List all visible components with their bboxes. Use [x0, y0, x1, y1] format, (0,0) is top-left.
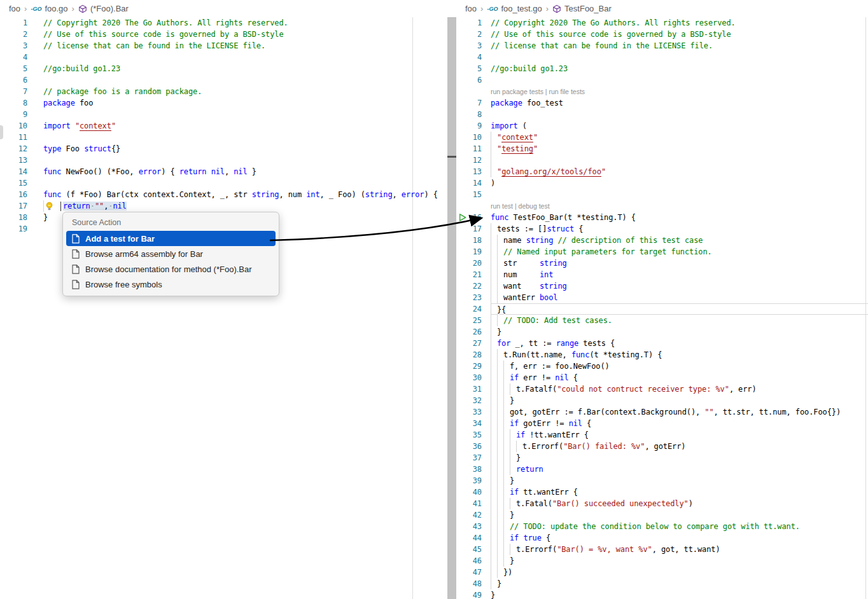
code-text[interactable]: if gotErr != nil { — [491, 418, 868, 429]
code-text[interactable]: //go:build go1.23 — [491, 63, 868, 74]
line-number: 4 — [0, 52, 27, 63]
lightbulb-icon[interactable] — [45, 202, 53, 214]
line-number: 14 — [456, 177, 482, 189]
code-text[interactable]: t.Fatal("Bar() succeeded unexpectedly") — [491, 498, 868, 509]
menu-item-browse-docs[interactable]: Browse documentation for method (*Foo).B… — [66, 261, 276, 277]
code-line: 14func NewFoo() (*Foo, error) { return n… — [0, 166, 447, 177]
code-line: 17return·"",·nil — [0, 200, 447, 212]
code-text[interactable]: got, gotErr := f.Bar(context.Background(… — [491, 406, 868, 418]
code-text[interactable]: type Foo struct{} — [43, 143, 447, 155]
breadcrumb-file[interactable]: foo.go — [45, 4, 67, 13]
code-line: 22want string — [456, 280, 868, 292]
code-area-foo-go[interactable]: 1// Copyright 2020 The Go Authors. All r… — [0, 17, 447, 235]
code-text[interactable] — [43, 52, 447, 63]
menu-item-browse-symbols[interactable]: Browse free symbols — [66, 277, 276, 292]
code-text[interactable]: import ( — [491, 120, 868, 132]
code-text[interactable] — [491, 155, 868, 166]
current-line-text[interactable]: }{ — [491, 303, 868, 315]
code-text[interactable]: wantErr bool — [491, 292, 868, 303]
code-text[interactable] — [43, 155, 447, 166]
code-lens-links[interactable]: run package tests | run file tests — [491, 86, 585, 97]
code-text[interactable]: }) — [491, 567, 868, 578]
code-text[interactable]: want string — [491, 280, 868, 292]
code-line: 6 — [456, 74, 868, 86]
file-icon — [72, 280, 80, 289]
code-text[interactable]: ) — [491, 177, 868, 189]
code-text[interactable]: // Use of this source code is governed b… — [491, 29, 868, 40]
code-text[interactable]: } — [491, 589, 868, 599]
code-text[interactable] — [491, 109, 868, 120]
code-text[interactable] — [491, 189, 868, 200]
code-text[interactable]: func NewFoo() (*Foo, error) { return nil… — [43, 166, 447, 177]
code-text[interactable]: num int — [491, 269, 868, 280]
code-area-foo-test-go[interactable]: 1// Copyright 2020 The Go Authors. All r… — [456, 17, 868, 599]
code-text[interactable]: } — [491, 395, 868, 406]
code-text[interactable]: if err != nil { — [491, 372, 868, 383]
code-text[interactable]: tests := []struct { — [491, 223, 868, 235]
code-text[interactable]: func TestFoo_Bar(t *testing.T) { — [491, 212, 868, 223]
code-text[interactable]: // TODO: update the condition below to c… — [491, 521, 868, 532]
line-number: 23 — [456, 292, 482, 303]
code-text[interactable]: //go:build go1.23 — [43, 63, 447, 74]
code-text[interactable]: if true { — [491, 532, 868, 544]
file-icon — [72, 265, 80, 274]
code-text[interactable]: "context" — [491, 132, 868, 143]
code-text[interactable] — [491, 74, 868, 86]
code-text[interactable]: } — [491, 509, 868, 521]
code-text[interactable]: package foo_test — [491, 97, 868, 109]
code-text[interactable]: func (f *Foo) Bar(ctx context.Context, _… — [43, 189, 447, 200]
code-text[interactable]: // Copyright 2020 The Go Authors. All ri… — [491, 17, 868, 29]
code-text[interactable]: // license that can be found in the LICE… — [491, 40, 868, 52]
code-text[interactable]: t.Fatalf("could not contruct receiver ty… — [491, 383, 868, 395]
code-text[interactable]: } — [491, 326, 868, 338]
code-text[interactable]: } — [491, 475, 868, 486]
code-text[interactable]: "golang.org/x/tools/foo" — [491, 166, 868, 177]
code-text[interactable]: // Named input parameters for target fun… — [491, 246, 868, 258]
code-lens-links[interactable]: run test | debug test — [491, 200, 550, 212]
code-text[interactable]: return·"",·nil — [43, 200, 447, 212]
code-text[interactable]: "testing" — [491, 143, 868, 155]
code-text[interactable]: t.Run(tt.name, func(t *testing.T) { — [491, 349, 868, 361]
code-text[interactable]: // TODO: Add test cases. — [491, 315, 868, 326]
code-text[interactable]: package foo — [43, 97, 447, 109]
breadcrumb-file[interactable]: foo_test.go — [501, 4, 542, 13]
code-text[interactable]: return — [491, 464, 868, 475]
line-number: 29 — [456, 361, 482, 372]
line-number: 1 — [456, 17, 482, 29]
code-text[interactable] — [43, 109, 447, 120]
code-text[interactable]: if !tt.wantErr { — [491, 429, 868, 441]
code-text[interactable]: str string — [491, 258, 868, 269]
code-text[interactable]: t.Errorf("Bar() = %v, want %v", got, tt.… — [491, 544, 868, 555]
breadcrumb-symbol[interactable]: TestFoo_Bar — [564, 4, 612, 13]
code-text[interactable]: for _, tt := range tests { — [491, 338, 868, 349]
breadcrumb-folder[interactable]: foo — [465, 4, 477, 13]
line-number: 2 — [456, 29, 482, 40]
code-text[interactable]: // license that can be found in the LICE… — [43, 40, 447, 52]
code-text[interactable] — [491, 52, 868, 63]
code-text[interactable] — [43, 177, 447, 189]
line-number: 9 — [0, 109, 27, 120]
line-number: 30 — [456, 372, 482, 383]
code-text[interactable]: import "context" — [43, 120, 447, 132]
code-text[interactable]: } — [491, 555, 868, 567]
code-text[interactable] — [43, 132, 447, 143]
code-text[interactable]: // package foo is a random package. — [43, 86, 447, 97]
code-text[interactable]: } — [491, 578, 868, 589]
menu-item-add-test[interactable]: Add a test for Bar — [66, 231, 276, 246]
code-text[interactable]: name string // description of this test … — [491, 235, 868, 246]
code-text[interactable]: // Copyright 2020 The Go Authors. All ri… — [43, 17, 447, 29]
menu-item-browse-assembly[interactable]: Browse arm64 assembly for Bar — [66, 246, 276, 261]
code-text[interactable]: if tt.wantErr { — [491, 486, 868, 498]
breadcrumb-symbol[interactable]: (*Foo).Bar — [90, 4, 129, 13]
code-text[interactable]: f, err := foo.NewFoo() — [491, 361, 868, 372]
code-text[interactable] — [43, 74, 447, 86]
breadcrumb-folder[interactable]: foo — [9, 4, 20, 13]
code-text[interactable]: // Use of this source code is governed b… — [43, 29, 447, 40]
code-line: 41t.Fatal("Bar() succeeded unexpectedly"… — [456, 498, 868, 509]
code-line: 27for _, tt := range tests { — [456, 338, 868, 349]
code-text[interactable]: t.Errorf("Bar() failed: %v", gotErr) — [491, 441, 868, 452]
code-line: 5//go:build go1.23 — [456, 63, 868, 74]
line-number: 11 — [0, 132, 27, 143]
code-text[interactable]: } — [491, 452, 868, 464]
editor-scrollbar[interactable] — [447, 17, 456, 599]
